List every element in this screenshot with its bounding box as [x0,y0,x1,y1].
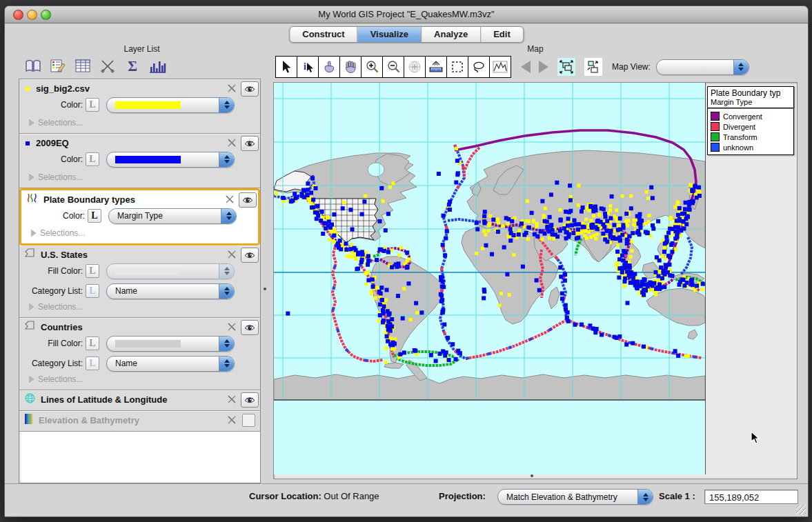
selections-disclosure[interactable]: Selections... [29,302,83,312]
resize-grip[interactable] [796,505,806,514]
disclosure-triangle-icon [29,303,34,310]
map-view-stepper[interactable] [733,60,749,74]
legend-l-button[interactable]: L [86,264,99,278]
title-bar[interactable]: My World GIS Project "E_QuakesMW.m3vz" [5,6,808,23]
tab-visualize[interactable]: Visualize [358,27,422,42]
selections-disclosure[interactable]: Selections... [29,172,83,182]
remove-layer-button[interactable] [225,194,236,205]
selections-label: Selections... [38,302,83,312]
remove-layer-button[interactable] [227,394,238,405]
dropdown-stepper[interactable] [219,357,234,371]
projection-dropdown-stepper[interactable] [637,490,653,504]
category-dropdown[interactable]: Name [106,283,235,299]
color-dropdown[interactable] [106,336,235,352]
selections-disclosure[interactable]: Selections... [29,374,83,384]
history-back-button[interactable] [521,61,531,73]
info-arrow-tool[interactable]: i [297,56,319,78]
layer-card-u-s-states[interactable]: U.S. StatesFill Color:LCategory List:LNa… [19,245,260,318]
zoom-to-extent-button[interactable] [557,58,575,76]
selections-disclosure[interactable]: Selections... [29,118,83,128]
scale-input[interactable] [704,490,798,504]
scissors-icon [99,59,116,74]
layer-visibility-button[interactable] [241,136,259,151]
color-dropdown[interactable] [106,263,235,279]
category-dropdown[interactable]: Margin Type [108,208,237,224]
map-canvas[interactable] [274,83,706,474]
legend-l-button[interactable]: L [86,284,99,298]
layer-card-sig-big2-csv[interactable]: sig_big2.csvColor:LSelections... [19,79,260,134]
dropdown-stepper[interactable] [219,284,234,299]
legend-l-button[interactable]: L [86,98,99,112]
legend-l-button[interactable]: L [86,357,99,370]
layer-card-lines-of-latitude-longitude[interactable]: Lines of Latitude & Longitude [19,390,260,411]
scissors-button[interactable] [99,57,117,75]
pane-splitter-handle[interactable] [264,288,266,290]
legend-l-button[interactable]: L [86,337,99,350]
map-pane: Map iAMap View: Plate Boundary typ Margi… [271,43,800,483]
cursor-location-value: Out Of Range [324,491,379,501]
dropdown-stepper[interactable] [219,152,234,167]
point-hand-tool[interactable] [318,56,340,78]
book-button[interactable] [24,57,42,75]
tab-construct[interactable]: Construct [290,27,357,42]
table-button[interactable] [74,57,92,75]
select-arrow-tool[interactable] [275,56,297,78]
map-splitter-handle[interactable] [531,474,533,477]
dropdown-stepper[interactable] [221,209,236,223]
layer-visibility-button[interactable] [241,248,259,263]
legend-subtitle: Margin Type [711,98,791,106]
histogram-button[interactable] [148,57,166,75]
svg-text:Σ: Σ [128,59,137,74]
sum-button[interactable]: Σ [123,57,141,75]
selections-disclosure[interactable]: Selections... [31,228,85,238]
attribute-edit-button[interactable] [49,57,67,75]
remove-layer-button[interactable] [227,250,238,261]
tab-edit[interactable]: Edit [481,27,523,42]
layer-name: sig_big2.csv [36,83,90,94]
legend-l-button[interactable]: L [88,209,101,223]
remove-layer-button[interactable] [227,415,238,426]
layer-card-2009eq[interactable]: 2009EQColor:LSelections... [19,134,260,188]
layer-card-plate-boundary-types[interactable]: Plate Boundary typesColor:LMargin TypeSe… [19,188,260,245]
history-forward-button[interactable] [539,61,548,73]
layer-card-countries[interactable]: CountriesFill Color:LCategory List:LName… [19,318,260,390]
layer-visibility-button[interactable] [239,192,257,208]
map-area[interactable]: Plate Boundary typ Margin Type Convergen… [273,82,798,479]
layer-visibility-checkbox[interactable] [242,414,255,427]
remove-layer-button[interactable] [227,138,238,149]
map-title: Map [271,43,800,54]
remove-layer-button[interactable] [227,83,238,94]
dropdown-stepper[interactable] [219,337,234,351]
zoom-to-selection-button[interactable] [584,58,602,76]
profile-chart-tool[interactable] [489,56,511,78]
dropdown-stepper[interactable] [219,98,234,112]
tab-analyze[interactable]: Analyze [422,27,481,42]
layer-visibility-button[interactable] [241,320,259,335]
zoom-in-tool[interactable] [361,56,383,78]
cursor-location-label: Cursor Location: [249,491,321,501]
lasso-tool[interactable] [468,56,490,78]
color-dropdown[interactable] [106,97,235,113]
layer-list: sig_big2.csvColor:LSelections...2009EQCo… [19,79,261,483]
category-dropdown[interactable]: Name [106,356,235,372]
layer-visibility-button[interactable] [241,392,259,408]
globe-tool[interactable] [404,56,426,78]
lasso-icon [471,59,486,74]
layer-name: Lines of Latitude & Longitude [41,394,167,405]
zoom-out-tool[interactable] [382,56,404,78]
dropdown-stepper[interactable] [219,264,234,279]
pan-hand-tool[interactable] [339,56,362,78]
measure-tool[interactable]: A [425,56,447,78]
color-dropdown[interactable] [106,152,235,168]
layer-card-elevation-bathymetry[interactable]: Elevation & Bathymetry [19,411,260,432]
map-legend[interactable]: Plate Boundary typ Margin Type Convergen… [707,86,794,155]
row-label: Fill Color: [19,339,83,348]
legend-label: Transform [723,133,757,141]
legend-l-button[interactable]: L [86,152,99,166]
layer-visibility-button[interactable] [241,81,259,97]
polygon-icon [25,248,35,261]
rect-select-tool[interactable] [446,56,468,78]
map-view-dropdown[interactable] [656,59,749,75]
remove-layer-button[interactable] [227,322,238,333]
projection-dropdown[interactable]: Match Elevation & Bathymetry [497,489,653,505]
